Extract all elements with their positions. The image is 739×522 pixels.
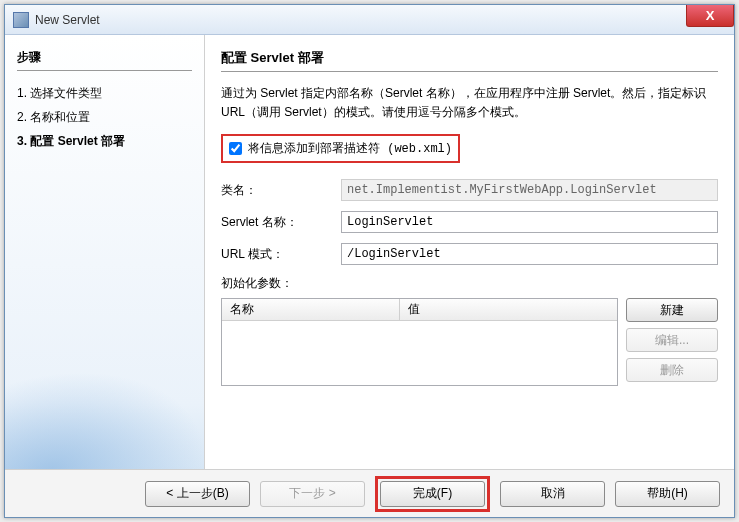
col-value-header: 值 — [400, 299, 617, 320]
params-side-buttons: 新建 编辑... 删除 — [626, 298, 718, 386]
divider — [17, 70, 192, 71]
finish-button[interactable]: 完成(F) — [380, 481, 485, 507]
help-button[interactable]: 帮助(H) — [615, 481, 720, 507]
classname-label: 类名： — [221, 182, 341, 199]
app-icon — [13, 12, 29, 28]
init-params-area: 名称 值 新建 编辑... 删除 — [221, 298, 718, 386]
edit-param-button: 编辑... — [626, 328, 718, 352]
page-title: 配置 Servlet 部署 — [221, 49, 718, 67]
steps-heading: 步骤 — [17, 49, 192, 66]
close-button[interactable]: X — [686, 5, 734, 27]
table-header: 名称 值 — [222, 299, 617, 321]
steps-sidebar: 步骤 1. 选择文件类型 2. 名称和位置 3. 配置 Servlet 部署 — [5, 35, 205, 469]
urlpattern-input[interactable] — [341, 243, 718, 265]
main-panel: 配置 Servlet 部署 通过为 Servlet 指定内部名称（Servlet… — [205, 35, 734, 469]
init-params-label: 初始化参数： — [221, 275, 718, 292]
add-to-descriptor-checkbox[interactable] — [229, 142, 242, 155]
dialog-window: New Servlet X 步骤 1. 选择文件类型 2. 名称和位置 3. 配… — [4, 4, 735, 518]
dialog-footer: < 上一步(B) 下一步 > 完成(F) 取消 帮助(H) — [5, 469, 734, 517]
window-title: New Servlet — [35, 13, 100, 27]
divider — [221, 71, 718, 72]
col-name-header: 名称 — [222, 299, 400, 320]
description-text: 通过为 Servlet 指定内部名称（Servlet 名称），在应用程序中注册 … — [221, 84, 718, 122]
next-button: 下一步 > — [260, 481, 365, 507]
add-to-descriptor-row: 将信息添加到部署描述符 (web.xml) — [221, 134, 460, 163]
add-to-descriptor-label: 将信息添加到部署描述符 (web.xml) — [248, 140, 452, 157]
step-1: 1. 选择文件类型 — [17, 81, 192, 105]
finish-highlight: 完成(F) — [375, 476, 490, 512]
classname-field — [341, 179, 718, 201]
servletname-label: Servlet 名称： — [221, 214, 341, 231]
step-2: 2. 名称和位置 — [17, 105, 192, 129]
delete-param-button: 删除 — [626, 358, 718, 382]
urlpattern-label: URL 模式： — [221, 246, 341, 263]
titlebar: New Servlet X — [5, 5, 734, 35]
servletname-input[interactable] — [341, 211, 718, 233]
close-icon: X — [706, 8, 715, 23]
cancel-button[interactable]: 取消 — [500, 481, 605, 507]
init-params-table[interactable]: 名称 值 — [221, 298, 618, 386]
back-button[interactable]: < 上一步(B) — [145, 481, 250, 507]
step-3: 3. 配置 Servlet 部署 — [17, 129, 192, 153]
dialog-body: 步骤 1. 选择文件类型 2. 名称和位置 3. 配置 Servlet 部署 配… — [5, 35, 734, 469]
new-param-button[interactable]: 新建 — [626, 298, 718, 322]
